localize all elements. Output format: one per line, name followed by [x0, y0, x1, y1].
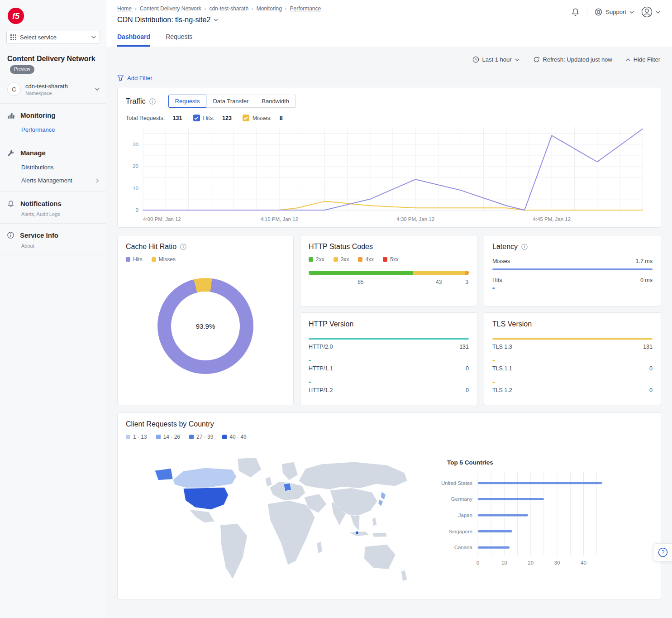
value-3xx: 43 [413, 279, 465, 285]
bucket4-swatch [222, 435, 227, 439]
map-region-usa [183, 487, 229, 509]
world-map[interactable] [126, 446, 431, 595]
5xx-swatch [383, 257, 387, 262]
breadcrumb-separator [135, 5, 137, 12]
svg-text:4:30 PM, Jan 12: 4:30 PM, Jan 12 [396, 216, 434, 222]
sidebar-item-notifications[interactable]: Notifications [0, 196, 106, 211]
add-filter-label: Add Filter [127, 75, 153, 81]
map-region-alaska [155, 468, 173, 480]
tabs: Dashboard Requests [106, 25, 672, 47]
traffic-card: Traffic Requests Data Transfer Bandwidth… [117, 87, 661, 228]
toggle-data-transfer[interactable]: Data Transfer [206, 95, 255, 108]
map-region-uk [265, 476, 272, 487]
toggle-requests[interactable]: Requests [168, 95, 207, 108]
sidebar-item-service-info[interactable]: Service Info [0, 227, 106, 243]
legend-bucket3: 27 - 39 [196, 434, 213, 440]
help-button[interactable]: ? [653, 543, 672, 561]
tls13-value: 131 [643, 344, 653, 350]
support-menu[interactable]: Support [595, 8, 634, 16]
title-chevron-icon[interactable] [214, 19, 218, 21]
breadcrumb-performance[interactable]: Performance [290, 5, 321, 12]
info-icon[interactable] [180, 244, 186, 250]
namespace-avatar: C [7, 82, 21, 96]
wrench-icon [7, 149, 14, 157]
hits-swatch [126, 257, 130, 262]
sidebar-item-alerts-management[interactable]: Alerts Management [0, 174, 106, 187]
sidebar: f5 Select service Content Delivery Netwo… [0, 0, 106, 618]
latency-row: Misses1.7 ms [492, 258, 653, 270]
http12-bar [309, 382, 311, 383]
legend-4xx: 4xx [365, 256, 374, 263]
total-requests-value: 131 [173, 115, 182, 121]
hide-filter-toggle[interactable]: Hide Filter [626, 56, 660, 63]
top-countries-bar-chart: 010203040United StatesGermanyJapanSingap… [431, 469, 643, 571]
breadcrumb-home[interactable]: Home [117, 5, 132, 12]
refresh-label: Refresh: Updated just now [543, 56, 612, 63]
status-stacked-bar [309, 271, 469, 275]
sidebar-item-performance[interactable]: Performance [0, 123, 106, 136]
hide-filter-label: Hide Filter [634, 56, 660, 63]
status-values: 85 43 3 [309, 279, 469, 285]
svg-text:40: 40 [581, 560, 586, 565]
namespace-selector[interactable]: C cdn-test-sharath Namespace [0, 76, 106, 104]
legend-hits: Hits [133, 256, 143, 263]
f5-logo[interactable]: f5 [7, 7, 24, 24]
breadcrumb-cdn[interactable]: Content Delivery Network [140, 5, 201, 12]
toggle-bandwidth[interactable]: Bandwidth [255, 95, 296, 108]
breadcrumb-monitoring[interactable]: Monitoring [257, 5, 282, 12]
tab-dashboard[interactable]: Dashboard [117, 33, 150, 47]
product-title: Content Delivery Network [7, 55, 95, 62]
account-menu[interactable] [641, 6, 660, 18]
svg-text:20: 20 [528, 560, 534, 565]
time-range-label: Last 1 hour [482, 56, 512, 63]
legend-5xx: 5xx [390, 256, 399, 263]
breadcrumb-separator [285, 5, 287, 12]
total-requests-label: Total Requests: [126, 115, 165, 121]
sidebar-item-monitoring[interactable]: Monitoring [0, 107, 106, 123]
select-service-label: Select service [20, 34, 57, 41]
support-label: Support [605, 9, 626, 15]
value-4xx: 3 [465, 279, 469, 285]
time-range-dropdown[interactable]: Last 1 hour [472, 56, 519, 63]
map-region-germany [284, 483, 291, 491]
notifications-subtitle: Alerts, Audit Logs [0, 211, 106, 219]
svg-text:f5: f5 [12, 12, 20, 21]
sidebar-item-distributions[interactable]: Distributions [0, 161, 106, 174]
legend-bucket2: 14 - 26 [163, 434, 180, 440]
svg-text:Singapore: Singapore [449, 529, 472, 534]
info-icon[interactable] [149, 98, 156, 105]
map-region-russia [299, 462, 407, 489]
breadcrumb-namespace[interactable]: cdn-test-sharath [209, 5, 248, 12]
info-icon[interactable] [521, 244, 528, 250]
traffic-title: Traffic [126, 97, 146, 105]
product-heading: Content Delivery NetworkPreview [0, 43, 106, 76]
svg-text:Germany: Germany [451, 496, 473, 502]
hits-checkbox[interactable]: Hits: 123 [193, 115, 232, 121]
refresh-button[interactable]: Refresh: Updated just now [533, 56, 612, 63]
tls11-bar [492, 360, 495, 361]
add-filter-button[interactable]: Add Filter [117, 75, 153, 81]
bucket1-swatch [126, 435, 130, 439]
notifications-bell-button[interactable] [571, 8, 580, 16]
tls-version-row: TLS 1.3131 [492, 338, 653, 350]
tls12-bar [492, 382, 495, 383]
segment-3xx [413, 271, 465, 275]
http2-bar [309, 338, 469, 340]
sidebar-nav: Monitoring Performance Manage Distributi… [0, 104, 106, 255]
misses-label: Misses: [253, 115, 272, 121]
misses-swatch [152, 257, 156, 262]
map-region-mexico [189, 510, 214, 523]
select-service-dropdown[interactable]: Select service [6, 31, 100, 43]
info-icon [7, 232, 14, 239]
tab-requests[interactable]: Requests [166, 33, 192, 47]
sidebar-item-manage[interactable]: Manage [0, 145, 106, 161]
chevron-down-icon [95, 88, 100, 91]
filter-funnel-icon [117, 75, 124, 81]
misses-checkbox[interactable]: Misses: 8 [243, 115, 283, 121]
legend-bucket1: 1 - 13 [133, 434, 147, 440]
segment-2xx [309, 271, 413, 275]
map-region-indonesia-east [372, 532, 387, 537]
hits-value: 123 [222, 115, 232, 121]
top-countries-panel: Top 5 Countries 010203040United StatesGe… [431, 446, 653, 595]
http-version-card: HTTP Version HTTP/2.0131 HTTP/1.10 HTTP/… [300, 312, 477, 405]
